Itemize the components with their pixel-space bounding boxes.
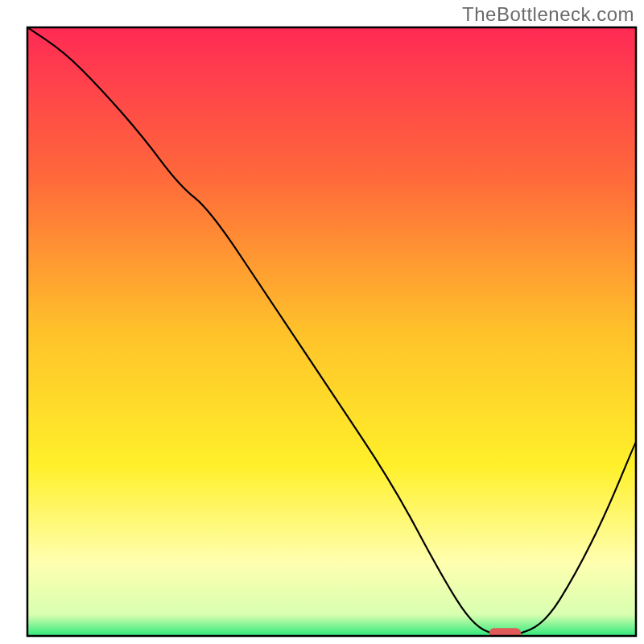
bottleneck-chart: TheBottleneck.com xyxy=(0,0,644,644)
gradient-background xyxy=(27,27,636,636)
chart-svg xyxy=(0,0,644,644)
